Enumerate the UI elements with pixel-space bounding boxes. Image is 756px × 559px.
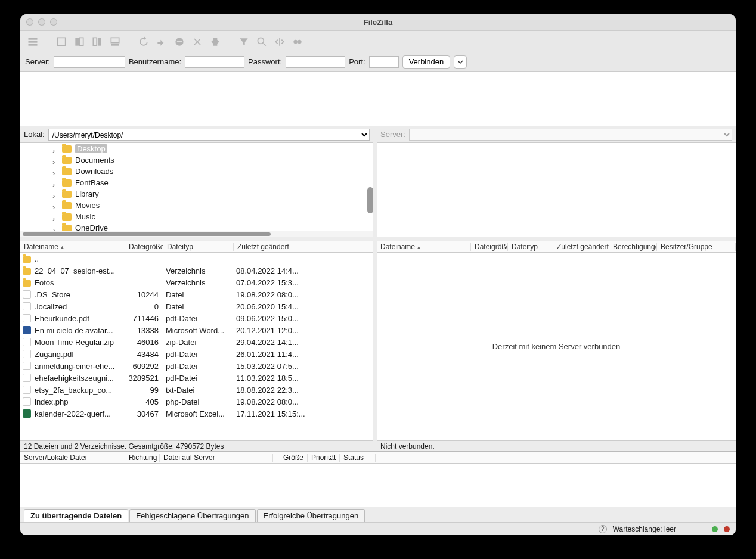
tree-item[interactable]: ›Downloads <box>20 166 373 177</box>
local-path-row: Lokal: /Users/meryt/Desktop/ <box>20 126 373 143</box>
col-type[interactable]: Dateityp <box>508 243 553 251</box>
disclosure-icon[interactable]: › <box>52 191 58 197</box>
server-input[interactable] <box>54 56 125 68</box>
scrollbar-vertical[interactable] <box>367 187 373 213</box>
disclosure-icon[interactable]: › <box>52 180 58 186</box>
remote-path-combo[interactable] <box>409 129 732 141</box>
cell-name: kalender-2022-querf... <box>31 409 124 418</box>
split-panes: Lokal: /Users/meryt/Desktop/ ›Desktop›Do… <box>20 126 736 452</box>
col-modified[interactable]: Zuletzt geändert <box>553 243 609 251</box>
file-row[interactable]: FotosVerzeichnis07.04.2022 15:3... <box>20 277 373 288</box>
file-row[interactable]: kalender-2022-querf...30467Microsoft Exc… <box>20 408 373 420</box>
password-input[interactable] <box>286 56 345 68</box>
file-icon <box>23 314 31 322</box>
file-row[interactable]: Zugang.pdf43484pdf-Datei26.01.2021 11:4.… <box>20 348 373 360</box>
file-row[interactable]: anmeldung-einer-ehe...609292pdf-Datei15.… <box>20 360 373 372</box>
disclosure-icon[interactable]: › <box>52 214 58 220</box>
file-row[interactable]: En mi cielo de avatar...13338Microsoft W… <box>20 324 373 336</box>
col-size[interactable]: Größe <box>273 454 308 462</box>
file-row[interactable]: .DS_Store10244Datei19.08.2022 08:0... <box>20 288 373 300</box>
tree-item[interactable]: ›Movies <box>20 200 373 211</box>
username-input[interactable] <box>185 56 244 68</box>
file-row[interactable]: .. <box>20 253 373 265</box>
col-perms[interactable]: Berechtigunge <box>609 243 657 251</box>
col-modified[interactable]: Zuletzt geändert <box>234 243 329 251</box>
toggle-queue-icon[interactable] <box>107 35 123 49</box>
toggle-local-tree-icon[interactable] <box>72 35 87 49</box>
local-path-combo[interactable]: /Users/meryt/Desktop/ <box>48 129 370 141</box>
tab-successful[interactable]: Erfolgreiche Übertragungen <box>257 509 365 522</box>
file-row[interactable]: ehefaehigkeitszeugni...3289521pdf-Datei1… <box>20 372 373 384</box>
local-list-header[interactable]: Dateiname▲ Dateigröße Dateityp Zuletzt g… <box>20 241 373 253</box>
queue-body[interactable] <box>20 464 736 507</box>
minimize-icon[interactable] <box>38 18 45 26</box>
disclosure-icon[interactable]: › <box>52 225 58 231</box>
col-owner[interactable]: Besitzer/Gruppe <box>657 243 736 251</box>
disconnect-icon[interactable] <box>190 35 205 49</box>
help-icon[interactable]: ? <box>599 525 607 533</box>
col-localfile[interactable]: Server/Lokale Datei <box>20 454 125 462</box>
process-queue-icon[interactable] <box>154 35 169 49</box>
sitemanager-icon[interactable] <box>25 35 41 49</box>
svg-point-14 <box>298 39 302 44</box>
toggle-remote-tree-icon[interactable] <box>89 35 105 49</box>
file-row[interactable]: Moon Time Regular.zip46016zip-Datei29.04… <box>20 336 373 348</box>
col-type[interactable]: Dateityp <box>163 243 234 251</box>
reconnect-icon[interactable] <box>207 35 223 49</box>
close-icon[interactable] <box>26 18 33 26</box>
toggle-log-icon[interactable] <box>54 35 69 49</box>
connect-button[interactable]: Verbinden <box>402 55 451 69</box>
cancel-icon[interactable] <box>172 35 187 49</box>
sync-browse-icon[interactable] <box>290 35 305 49</box>
port-input[interactable] <box>369 56 399 68</box>
search-icon[interactable] <box>254 35 269 49</box>
queue-header[interactable]: Server/Lokale Datei Richtung Datei auf S… <box>20 452 736 464</box>
disclosure-icon[interactable]: › <box>52 157 58 163</box>
file-row[interactable]: 22_04_07_sesion-est...Verzeichnis08.04.2… <box>20 265 373 277</box>
tab-failed[interactable]: Fehlgeschlagene Übertragungen <box>129 509 255 522</box>
file-row[interactable]: Eheurkunde.pdf711446pdf-Datei09.06.2022 … <box>20 312 373 324</box>
disclosure-icon[interactable]: › <box>52 169 58 175</box>
disclosure-icon[interactable]: › <box>52 203 58 209</box>
tab-queued[interactable]: Zu übertragende Dateien <box>24 509 128 522</box>
cell-name: index.php <box>31 397 124 406</box>
tree-item[interactable]: ›Desktop <box>20 143 373 154</box>
file-row[interactable]: index.php405php-Datei19.08.2022 08:0... <box>20 396 373 408</box>
filter-icon[interactable] <box>236 35 252 49</box>
cell-modified: 08.04.2022 14:4... <box>233 266 328 275</box>
tree-item[interactable]: ›Documents <box>20 154 373 166</box>
refresh-icon[interactable] <box>136 35 151 49</box>
local-tree[interactable]: ›Desktop›Documents›Downloads›FontBase›Li… <box>20 143 373 241</box>
cell-name: Moon Time Regular.zip <box>31 338 124 347</box>
tree-item[interactable]: ›Music <box>20 211 373 222</box>
cell-type: Verzeichnis <box>162 278 233 287</box>
compare-icon[interactable] <box>272 35 287 49</box>
col-remotefile[interactable]: Datei auf Server <box>160 454 273 462</box>
scrollbar-horizontal[interactable] <box>20 231 373 237</box>
remote-tree[interactable] <box>377 143 736 241</box>
file-row[interactable]: .localized0Datei20.06.2020 15:4... <box>20 300 373 312</box>
col-priority[interactable]: Priorität <box>308 454 340 462</box>
remote-list-header[interactable]: Dateiname▲ Dateigröße Dateityp Zuletzt g… <box>377 241 736 253</box>
traffic-lights[interactable] <box>26 18 57 26</box>
file-icon <box>23 338 31 346</box>
queue-status-label: Warteschlange: leer <box>613 525 676 533</box>
col-direction[interactable]: Richtung <box>125 454 160 462</box>
quickconnect-history-dropdown[interactable] <box>454 55 467 69</box>
local-file-list[interactable]: ..22_04_07_sesion-est...Verzeichnis08.04… <box>20 253 373 440</box>
zoom-icon[interactable] <box>50 18 57 26</box>
message-log[interactable] <box>20 72 736 126</box>
file-row[interactable]: etsy_2fa_backup_co...99txt-Datei18.08.20… <box>20 384 373 396</box>
tree-item[interactable]: ›FontBase <box>20 177 373 188</box>
cell-name: .DS_Store <box>31 290 124 299</box>
cell-name: ehefaehigkeitszeugni... <box>31 374 124 383</box>
cell-size: 0 <box>124 302 162 311</box>
remote-file-list[interactable]: Derzeit mit keinem Server verbunden <box>377 253 736 440</box>
disclosure-icon[interactable]: › <box>52 146 58 152</box>
password-label: Passwort: <box>248 57 282 66</box>
col-size[interactable]: Dateigröße <box>125 243 163 251</box>
svg-rect-9 <box>111 44 119 45</box>
col-size[interactable]: Dateigröße <box>471 243 508 251</box>
col-status[interactable]: Status <box>340 454 376 462</box>
tree-item[interactable]: ›Library <box>20 188 373 200</box>
